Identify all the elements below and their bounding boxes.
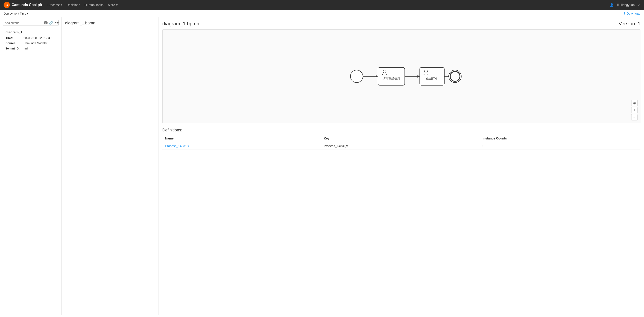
- main-layout: 1 🔗 ⚑▾ diagram_1 Time: 2023-08-06T23:12:…: [0, 17, 644, 315]
- search-bar: 1 🔗 ⚑▾: [3, 20, 58, 26]
- end-event-inner: [450, 71, 460, 81]
- chevron-down-icon: ▾: [116, 3, 118, 7]
- nav-processes[interactable]: Processes: [48, 3, 62, 7]
- deployment-time-filter[interactable]: Deployment Time: [4, 12, 28, 15]
- username: liu liangyuan: [617, 3, 634, 7]
- process-meta: Time: 2023-08-06T23:12:39 Source: Camund…: [6, 35, 56, 51]
- navbar: C Camunda Cockpit Processes Decisions Hu…: [0, 0, 644, 10]
- download-icon: ⬇: [623, 12, 626, 15]
- start-event[interactable]: [350, 70, 363, 83]
- definitions-table: Name Key Instance Counts Process_14831jx…: [162, 135, 640, 150]
- search-input[interactable]: [5, 21, 42, 25]
- right-panel-header: diagram_1.bpmn Version: 1: [162, 21, 640, 27]
- diagram-canvas: 填写商品信息 生成订单: [162, 30, 640, 123]
- brand[interactable]: C Camunda Cockpit: [4, 2, 42, 8]
- deployment-time-chevron: [27, 12, 28, 15]
- download-button[interactable]: ⬇ Download: [623, 12, 640, 15]
- sidebar-item: diagram_1 Time: 2023-08-06T23:12:39 Sour…: [3, 29, 58, 53]
- definitions-title: Definitions:: [162, 128, 640, 133]
- bpmn-diagram: 填写商品信息 生成订单: [162, 29, 640, 123]
- link-icon[interactable]: 🔗: [49, 21, 53, 25]
- process-name: diagram_1: [6, 30, 56, 34]
- save-filter-icon[interactable]: ⚑▾: [54, 21, 58, 25]
- tenant-id-label: Tenant ID:: [6, 46, 24, 51]
- col-name-header: Name: [162, 135, 321, 142]
- table-row: Process_14831jx Process_14831jx 0: [162, 142, 640, 150]
- bpmn-svg: 填写商品信息 生成订单: [339, 45, 464, 108]
- task2-label: 生成订单: [426, 77, 438, 80]
- definitions-table-header: Name Key Instance Counts: [162, 135, 640, 142]
- flow-arrowhead-2: [418, 75, 420, 78]
- definition-key-cell: Process_14831jx: [321, 142, 480, 150]
- nav-human-tasks[interactable]: Human Tasks: [84, 3, 104, 7]
- download-label: Download: [626, 12, 640, 15]
- brand-icon: C: [4, 2, 10, 8]
- sidebar: 1 🔗 ⚑▾ diagram_1 Time: 2023-08-06T23:12:…: [0, 17, 62, 315]
- tenant-id-value: null: [24, 46, 28, 51]
- source-value: Camunda Modeler: [24, 41, 48, 46]
- task1-label: 填写商品信息: [382, 77, 400, 80]
- source-label: Source:: [6, 41, 24, 46]
- time-label: Time:: [6, 35, 24, 41]
- home-icon[interactable]: ⌂: [638, 3, 640, 7]
- brand-name: Camunda Cockpit: [12, 3, 42, 7]
- navbar-right: 👤 liu liangyuan ⌂: [610, 3, 640, 7]
- deployment-time-label: Deployment Time: [4, 12, 26, 15]
- right-panel-title: diagram_1.bpmn: [162, 21, 199, 27]
- nav-decisions[interactable]: Decisions: [66, 3, 80, 7]
- user-icon: 👤: [610, 3, 614, 7]
- user-task-2[interactable]: [420, 67, 444, 85]
- center-panel-title: diagram_1.bpmn: [65, 21, 155, 26]
- definitions-section: Definitions: Name Key Instance Counts Pr…: [162, 128, 640, 150]
- zoom-in-icon: +: [633, 108, 635, 112]
- version-label: Version: 1: [618, 21, 640, 27]
- subheader: Deployment Time ⬇ Download: [0, 10, 644, 17]
- zoom-out-button[interactable]: −: [631, 114, 638, 120]
- result-count-badge: 1: [44, 21, 48, 25]
- time-value: 2023-08-06T23:12:39: [24, 35, 52, 41]
- definition-name-cell: Process_14831jx: [162, 142, 321, 150]
- fit-icon: ⊕: [633, 101, 636, 105]
- nav-links: Processes Decisions Human Tasks More ▾: [48, 3, 118, 7]
- nav-more-dropdown[interactable]: More ▾: [108, 3, 118, 7]
- zoom-controls: ⊕ + −: [631, 100, 638, 120]
- user-task-1[interactable]: [378, 67, 405, 85]
- fit-diagram-button[interactable]: ⊕: [631, 100, 638, 106]
- col-key-header: Key: [321, 135, 480, 142]
- right-panel: diagram_1.bpmn Version: 1 填写商品信: [159, 17, 644, 315]
- zoom-out-icon: −: [633, 115, 635, 119]
- definition-name-link[interactable]: Process_14831jx: [165, 144, 189, 148]
- zoom-in-button[interactable]: +: [631, 107, 638, 113]
- flow-arrowhead-1: [376, 75, 378, 78]
- definition-instance-count-cell: 0: [480, 142, 640, 150]
- center-panel: diagram_1.bpmn: [62, 17, 159, 315]
- col-instance-counts-header: Instance Counts: [480, 135, 640, 142]
